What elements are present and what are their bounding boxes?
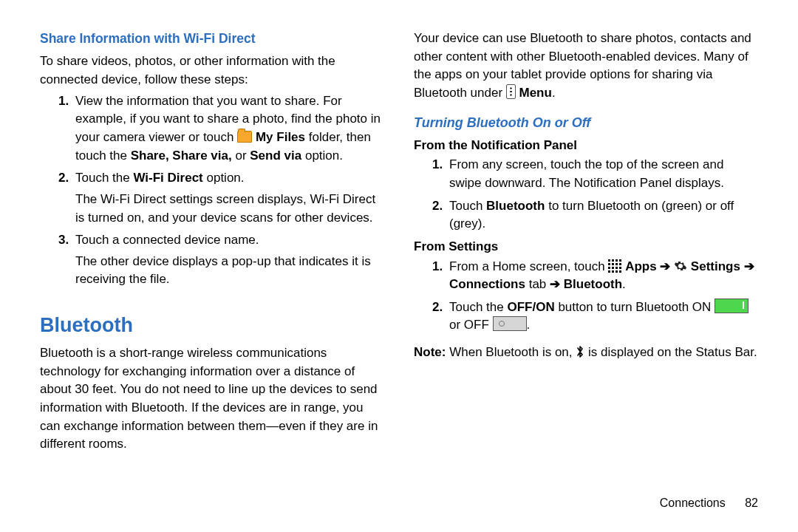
- page-footer: Connections 82: [40, 480, 758, 511]
- left-column: Share Information with Wi-Fi Direct To s…: [40, 30, 384, 480]
- settings-label: Settings: [691, 259, 744, 273]
- footer-page-number: 82: [745, 497, 758, 509]
- share-via-label: Share, Share via,: [131, 149, 232, 163]
- bluetooth-description: Bluetooth is a short-range wireless comm…: [40, 344, 384, 454]
- menu-label: Menu: [519, 86, 552, 100]
- settings-step-2: Touch the OFF/ON button to turn Bluetoot…: [446, 299, 758, 335]
- text: Touch the: [75, 171, 133, 185]
- share-intro: To share videos, photos, or other inform…: [40, 52, 384, 89]
- arrow-icon: ➔: [550, 277, 560, 291]
- text: option.: [206, 171, 244, 185]
- text: is displayed on the Status Bar.: [588, 345, 757, 359]
- text: The Wi-Fi Direct settings screen display…: [75, 191, 384, 227]
- notification-steps: From any screen, touch the top of the sc…: [414, 156, 758, 233]
- off-on-label: OFF/ON: [507, 300, 554, 314]
- arrow-icon: ➔: [744, 259, 754, 273]
- settings-steps: From a Home screen, touch Apps ➔ Setting…: [414, 258, 758, 335]
- folder-icon: [237, 131, 252, 143]
- send-via-label: Send via: [250, 149, 301, 163]
- toggle-off-icon: [493, 316, 527, 331]
- my-files-label: My Files: [256, 130, 305, 144]
- heading-share-wifi-direct: Share Information with Wi-Fi Direct: [40, 30, 384, 48]
- text: From a Home screen, touch: [449, 259, 608, 273]
- menu-icon: [506, 84, 516, 99]
- note-line: Note: When Bluetooth is on, is displayed…: [414, 344, 758, 364]
- share-step-1: View the information that you want to sh…: [72, 92, 384, 166]
- text: button to turn Bluetooth ON: [558, 300, 715, 314]
- heading-bluetooth: Bluetooth: [40, 311, 384, 340]
- text: The other device displays a pop-up that …: [75, 253, 384, 289]
- text: tab: [529, 277, 550, 291]
- arrow-icon: ➔: [660, 259, 670, 273]
- text: Touch a connected device name.: [75, 233, 259, 247]
- right-column: Your device can use Bluetooth to share p…: [414, 30, 758, 480]
- wifi-direct-label: Wi-Fi Direct: [133, 171, 202, 185]
- bluetooth-label: Bluetooth: [486, 199, 545, 213]
- text: When Bluetooth is on,: [449, 345, 576, 359]
- text: or OFF: [449, 318, 493, 332]
- share-step-3: Touch a connected device name. The other…: [72, 231, 384, 289]
- apps-label: Apps: [625, 259, 660, 273]
- text: or: [235, 149, 250, 163]
- bluetooth-icon: [576, 345, 584, 364]
- subhead-from-settings: From Settings: [414, 238, 758, 256]
- gear-icon: [674, 259, 687, 273]
- text: option.: [305, 149, 343, 163]
- settings-step-1: From a Home screen, touch Apps ➔ Setting…: [446, 258, 758, 294]
- heading-turning-bt: Turning Bluetooth On or Off: [414, 113, 758, 132]
- note-label: Note:: [414, 345, 446, 359]
- bluetooth-label: Bluetooth: [564, 277, 622, 291]
- footer-chapter: Connections: [660, 497, 726, 509]
- notif-step-1: From any screen, touch the top of the sc…: [446, 156, 758, 192]
- apps-icon: [608, 259, 621, 273]
- text: Touch the: [449, 300, 507, 314]
- page-columns: Share Information with Wi-Fi Direct To s…: [40, 30, 758, 480]
- text: Touch: [449, 199, 486, 213]
- share-step-2: Touch the Wi-Fi Direct option. The Wi-Fi…: [72, 169, 384, 227]
- subhead-notification-panel: From the Notification Panel: [414, 137, 758, 155]
- connections-label: Connections: [449, 277, 525, 291]
- text: Your device can use Bluetooth to share p…: [414, 31, 751, 100]
- toggle-on-icon: [715, 299, 748, 313]
- bluetooth-sharing-para: Your device can use Bluetooth to share p…: [414, 30, 758, 103]
- notif-step-2: Touch Bluetooth to turn Bluetooth on (gr…: [446, 197, 758, 233]
- share-steps: View the information that you want to sh…: [40, 92, 384, 289]
